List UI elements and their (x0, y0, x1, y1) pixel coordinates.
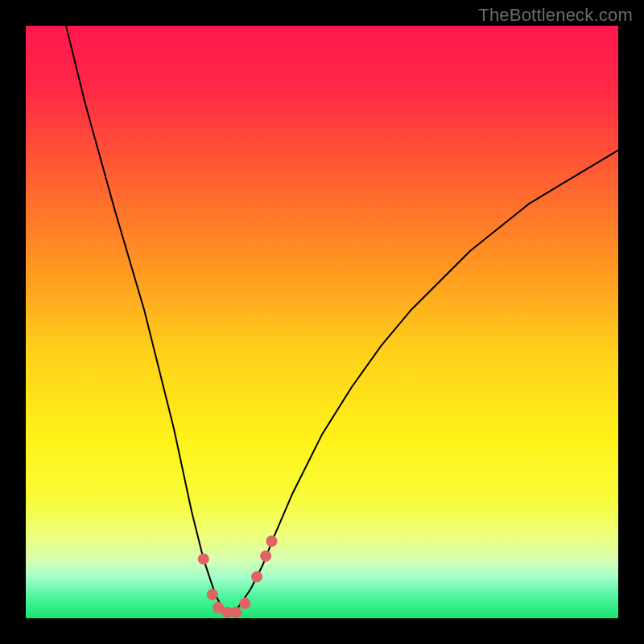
data-marker (266, 535, 277, 547)
data-marker (230, 607, 242, 618)
data-marker (251, 571, 262, 582)
watermark-label: TheBottleneck.com (478, 5, 633, 26)
chart-svg (26, 26, 618, 618)
chart-frame: TheBottleneck.com (0, 0, 644, 644)
chart-plot-area (26, 26, 618, 618)
data-marker (239, 598, 250, 609)
data-marker (198, 553, 209, 564)
data-marker (260, 551, 271, 562)
gradient-background (26, 26, 618, 618)
data-marker (207, 589, 218, 601)
